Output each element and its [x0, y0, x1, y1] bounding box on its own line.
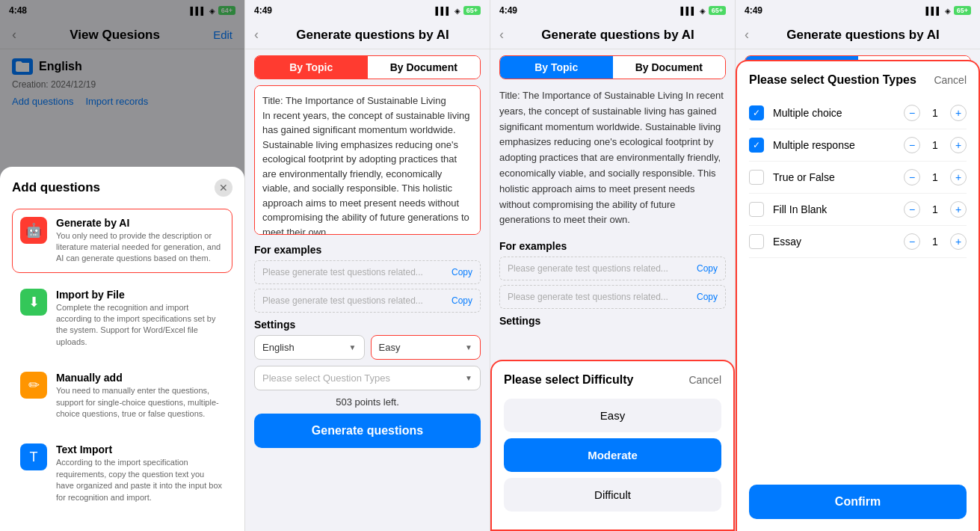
battery-3: 65+ — [709, 6, 726, 15]
qtype-checkbox-fib[interactable] — [749, 202, 764, 217]
panel-2-scroll: Title: The Importance of Sustainable Liv… — [245, 85, 490, 531]
example-placeholder-2-3: Please generate test questions related..… — [508, 292, 697, 302]
status-bar-2: 4:49 ▌▌▌ ◈ 65+ — [245, 0, 490, 21]
stepper-plus-mr[interactable]: + — [950, 137, 967, 153]
panel-2: 4:49 ▌▌▌ ◈ 65+ ‹ Generate questions by A… — [245, 0, 490, 531]
panel-3: 4:49 ▌▌▌ ◈ 65+ ‹ Generate questions by A… — [490, 0, 736, 531]
difficulty-select-2[interactable]: Easy ▼ — [371, 335, 481, 360]
stepper-val-mc: 1 — [929, 107, 941, 119]
panel-4: 4:49 ▌▌▌ ◈ 65+ ‹ Generate questions by A… — [736, 0, 980, 531]
topic-textarea-2[interactable]: Title: The Importance of Sustainable Liv… — [254, 85, 481, 235]
status-icons-4: ▌▌▌ ◈ 65+ — [925, 6, 971, 15]
question-types-select-2[interactable]: Please select Question Types ▼ — [254, 366, 481, 390]
stepper-minus-tf[interactable]: − — [904, 169, 920, 185]
text-import-desc: According to the import specification re… — [56, 457, 224, 503]
diff-easy[interactable]: Easy — [504, 399, 721, 432]
qtype-item-essay: Essay − 1 + — [749, 226, 967, 258]
status-bar-3: 4:49 ▌▌▌ ◈ 65+ — [490, 0, 735, 21]
stepper-plus-essay[interactable]: + — [950, 233, 967, 250]
copy-btn-1-2[interactable]: Copy — [452, 267, 472, 277]
language-value-2: English — [262, 342, 295, 353]
qtype-checkbox-mr[interactable] — [749, 138, 764, 153]
qtype-name-mc: Multiple choice — [773, 107, 904, 119]
qtype-stepper-fib: − 1 + — [904, 201, 967, 218]
qtype-checkbox-mc[interactable] — [749, 105, 764, 120]
article-text-3: Title: The Importance of Sustainable Liv… — [499, 85, 726, 234]
generate-btn-2[interactable]: Generate questions — [254, 414, 481, 448]
tab-by-topic-3[interactable]: By Topic — [500, 56, 613, 79]
import-file-option[interactable]: ⬇ Import by File Complete the recognitio… — [12, 280, 232, 357]
ai-page-title-2: Generate questions by AI — [265, 28, 481, 43]
stepper-minus-mr[interactable]: − — [904, 137, 920, 153]
example-row-2-3: Please generate test questions related..… — [499, 285, 726, 309]
qtype-name-essay: Essay — [773, 236, 904, 248]
confirm-button[interactable]: Confirm — [749, 485, 967, 519]
close-button[interactable]: ✕ — [215, 179, 232, 197]
battery-2: 65+ — [463, 6, 481, 15]
stepper-minus-mc[interactable]: − — [904, 105, 920, 121]
copy-btn-2-2[interactable]: Copy — [452, 295, 472, 306]
diff-difficult[interactable]: Difficult — [504, 478, 721, 512]
qtype-stepper-mr: − 1 + — [904, 137, 967, 153]
status-time-3: 4:49 — [499, 5, 517, 16]
manual-icon: ✏ — [20, 372, 47, 399]
ai-header-2: ‹ Generate questions by AI — [245, 21, 490, 49]
diff-cancel[interactable]: Cancel — [688, 374, 721, 386]
example-placeholder-1-3: Please generate test questions related..… — [508, 263, 697, 274]
wifi-icon-2: ◈ — [454, 7, 460, 15]
stepper-minus-essay[interactable]: − — [904, 233, 920, 250]
qtype-checkbox-essay[interactable] — [749, 234, 764, 249]
difficulty-modal: Please select Difficulty Cancel Easy Mod… — [490, 360, 735, 531]
generate-ai-text: Generate by AI You only need to provide … — [56, 217, 224, 265]
qtype-item-tf: True or False − 1 + — [749, 162, 967, 194]
qtype-header: Please select Question Types Cancel — [749, 73, 967, 87]
back-button-3[interactable]: ‹ — [499, 27, 504, 43]
qtype-item-fib: Fill In Blank − 1 + — [749, 194, 967, 226]
stepper-plus-tf[interactable]: + — [950, 169, 967, 185]
qtype-cancel[interactable]: Cancel — [934, 74, 967, 86]
tab-by-document-2[interactable]: By Document — [368, 56, 481, 79]
battery-4: 65+ — [954, 6, 971, 15]
text-import-title: Text Import — [56, 443, 224, 455]
stepper-plus-fib[interactable]: + — [950, 201, 967, 218]
tab-by-topic-2[interactable]: By Topic — [255, 56, 368, 79]
qtypes-chevron-2: ▼ — [465, 374, 472, 382]
back-button-4[interactable]: ‹ — [745, 27, 749, 43]
import-file-desc: Complete the recognition and import acco… — [56, 302, 224, 349]
status-time-2: 4:49 — [254, 5, 272, 16]
manual-add-option[interactable]: ✏ Manually add You need to manually ente… — [12, 363, 232, 428]
copy-btn-1-3[interactable]: Copy — [697, 263, 718, 274]
qtype-stepper-mc: − 1 + — [904, 105, 967, 121]
diff-moderate[interactable]: Moderate — [504, 438, 721, 472]
status-icons-3: ▌▌▌ ◈ 65+ — [680, 6, 726, 15]
status-icons-2: ▌▌▌ ◈ 65+ — [435, 6, 481, 15]
qtype-item-mr: Multiple response − 1 + — [749, 129, 967, 162]
qtype-checkbox-tf[interactable] — [749, 170, 764, 185]
difficulty-chevron-2: ▼ — [465, 343, 472, 352]
ai-icon: 🤖 — [20, 217, 47, 244]
text-import-option[interactable]: T Text Import According to the import sp… — [12, 435, 232, 512]
import-file-title: Import by File — [56, 289, 224, 301]
qtype-stepper-tf: − 1 + — [904, 169, 967, 185]
qtype-title: Please select Question Types — [749, 73, 916, 87]
stepper-val-mr: 1 — [929, 139, 941, 151]
stepper-minus-fib[interactable]: − — [904, 201, 920, 218]
qtype-stepper-essay: − 1 + — [904, 233, 967, 250]
import-file-text: Import by File Complete the recognition … — [56, 289, 224, 349]
back-button-2[interactable]: ‹ — [254, 27, 259, 43]
tab-by-document-3[interactable]: By Document — [613, 56, 726, 79]
qtype-name-tf: True or False — [773, 171, 904, 183]
ai-header-4: ‹ Generate questions by AI — [736, 21, 980, 49]
manual-add-title: Manually add — [56, 372, 224, 384]
qtype-modal: Please select Question Types Cancel Mult… — [736, 60, 980, 531]
wifi-icon-3: ◈ — [700, 7, 706, 15]
modal-title: Add questions — [12, 180, 100, 195]
language-select-2[interactable]: English ▼ — [254, 335, 365, 360]
tab-bar-3: By Topic By Document — [499, 55, 726, 79]
copy-btn-2-3[interactable]: Copy — [697, 292, 718, 302]
points-left-2: 503 points left. — [254, 396, 481, 408]
generate-ai-option[interactable]: 🤖 Generate by AI You only need to provid… — [12, 209, 232, 273]
stepper-plus-mc[interactable]: + — [950, 105, 967, 121]
status-time-4: 4:49 — [745, 5, 762, 16]
settings-label-3: Settings — [499, 315, 726, 327]
